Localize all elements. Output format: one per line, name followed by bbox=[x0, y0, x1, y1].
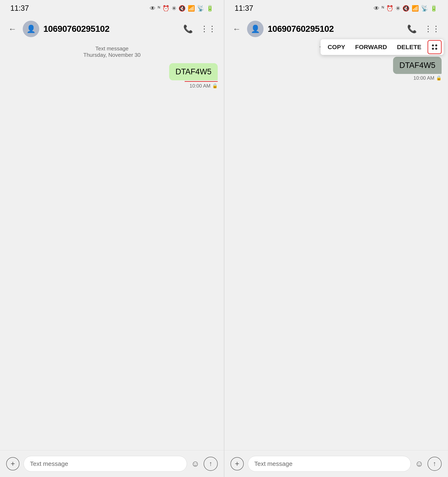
left-red-underline bbox=[185, 81, 218, 82]
right-lock-icon: 🔒 bbox=[436, 75, 442, 81]
left-avatar: 👤 bbox=[23, 21, 39, 37]
right-wifi-icon: 📶 bbox=[412, 5, 419, 12]
left-lock-icon: 🔒 bbox=[212, 83, 218, 89]
mute-icon: 🔇 bbox=[179, 5, 186, 12]
left-header-actions: 📞 ⋮⋮ bbox=[182, 23, 218, 35]
left-status-bar: 11:37 👁 ᴺ ⏰ ✳ 🔇 📶 📡 🔋 bbox=[0, 0, 224, 17]
left-time-text: 10:00 AM bbox=[190, 83, 210, 89]
right-time-text: 10:00 AM bbox=[413, 75, 434, 81]
right-contact-name: 10690760295102 bbox=[268, 24, 401, 34]
right-send-button[interactable]: ↑ bbox=[428, 457, 442, 471]
right-status-bar: 11:37 👁 ᴺ ⏰ ✳ 🔇 📶 📡 🔋 bbox=[224, 0, 448, 17]
left-send-button[interactable]: ↑ bbox=[204, 457, 218, 471]
right-timestamp: 10:00 AM 🔒 bbox=[413, 75, 442, 81]
delete-button[interactable]: DELETE bbox=[392, 42, 426, 53]
right-more-icon[interactable]: ⋮⋮ bbox=[423, 23, 442, 35]
right-header-actions: 📞 ⋮⋮ bbox=[406, 23, 442, 35]
left-phone-panel: 11:37 👁 ᴺ ⏰ ✳ 🔇 📶 📡 🔋 ← 👤 10690760295102… bbox=[0, 0, 224, 477]
right-bluetooth-icon: ✳ bbox=[395, 5, 400, 12]
left-status-icons: 👁 ᴺ ⏰ ✳ 🔇 📶 📡 🔋 bbox=[150, 5, 214, 12]
right-input-bar: + Text message ☺ ↑ bbox=[224, 450, 448, 477]
left-avatar-icon: 👤 bbox=[26, 24, 36, 33]
right-send-icon: ↑ bbox=[433, 460, 436, 467]
left-back-button[interactable]: ← bbox=[6, 22, 18, 36]
forward-button[interactable]: FORWARD bbox=[350, 42, 392, 53]
right-status-time: 11:37 bbox=[235, 4, 253, 12]
left-status-time: 11:37 bbox=[10, 4, 29, 12]
left-input-placeholder: Text message bbox=[30, 460, 68, 467]
right-status-icons: 👁 ᴺ ⏰ ✳ 🔇 📶 📡 🔋 bbox=[374, 5, 437, 12]
left-contact-name: 10690760295102 bbox=[43, 24, 177, 34]
left-send-icon: ↑ bbox=[209, 460, 212, 467]
dots-grid-icon bbox=[431, 44, 438, 51]
left-call-icon[interactable]: 📞 bbox=[182, 23, 195, 35]
left-date: Thursday, November 30 bbox=[6, 52, 218, 58]
left-app-header: ← 👤 10690760295102 📞 ⋮⋮ bbox=[0, 17, 224, 41]
right-nfc-icon: ᴺ bbox=[382, 5, 384, 12]
left-message-row: DTAF4W5 10:00 AM 🔒 bbox=[6, 63, 218, 89]
right-avatar-icon: 👤 bbox=[251, 24, 260, 33]
right-add-button[interactable]: + bbox=[231, 457, 244, 470]
copy-button[interactable]: COPY bbox=[323, 42, 350, 53]
more-options-button[interactable] bbox=[428, 41, 442, 54]
left-input-bar: + Text message ☺ ↑ bbox=[0, 450, 224, 477]
right-signal-icon: 📡 bbox=[421, 5, 428, 12]
right-input-placeholder: Text message bbox=[254, 460, 293, 467]
right-emoji-button[interactable]: ☺ bbox=[415, 459, 424, 468]
right-eye-icon: 👁 bbox=[374, 5, 379, 12]
left-text-input[interactable]: Text message bbox=[24, 456, 187, 472]
left-add-icon: + bbox=[11, 459, 15, 468]
left-chat-area: Text message Thursday, November 30 DTAF4… bbox=[0, 41, 224, 450]
left-timestamp: 10:00 AM 🔒 bbox=[190, 83, 218, 89]
right-message-row: DTAF4W5 10:00 AM 🔒 bbox=[231, 57, 442, 81]
battery-icon: 🔋 bbox=[206, 5, 214, 12]
right-alarm-icon: ⏰ bbox=[386, 5, 394, 12]
alarm-icon: ⏰ bbox=[162, 5, 170, 12]
right-battery-icon: 🔋 bbox=[430, 5, 437, 12]
left-message-type: Text message bbox=[6, 45, 218, 52]
right-phone-panel: 11:37 👁 ᴺ ⏰ ✳ 🔇 📶 📡 🔋 ← 👤 10690760295102… bbox=[224, 0, 448, 477]
eye-icon: 👁 bbox=[150, 5, 155, 12]
dot-2 bbox=[435, 44, 437, 47]
right-message-bubble[interactable]: DTAF4W5 bbox=[393, 57, 442, 74]
left-message-bubble[interactable]: DTAF4W5 bbox=[169, 63, 218, 80]
right-add-icon: + bbox=[235, 459, 239, 468]
dot-3 bbox=[432, 48, 434, 50]
wifi-icon: 📶 bbox=[188, 5, 195, 12]
right-mute-icon: 🔇 bbox=[402, 5, 410, 12]
right-text-input[interactable]: Text message bbox=[248, 456, 411, 472]
dot-1 bbox=[432, 44, 434, 47]
right-back-button[interactable]: ← bbox=[231, 22, 243, 36]
nfc-icon: ᴺ bbox=[158, 5, 160, 12]
left-date-label: Text message Thursday, November 30 bbox=[6, 45, 218, 58]
message-context-menu: COPY FORWARD DELETE bbox=[321, 41, 444, 55]
left-more-icon[interactable]: ⋮⋮ bbox=[199, 23, 218, 35]
left-emoji-button[interactable]: ☺ bbox=[191, 459, 199, 468]
right-app-header: ← 👤 10690760295102 📞 ⋮⋮ bbox=[224, 17, 448, 41]
signal-icon: 📡 bbox=[197, 5, 204, 12]
dot-4 bbox=[435, 48, 437, 50]
right-call-icon[interactable]: 📞 bbox=[406, 23, 418, 35]
left-add-button[interactable]: + bbox=[6, 457, 19, 470]
bluetooth-icon: ✳ bbox=[172, 5, 176, 12]
right-avatar: 👤 bbox=[247, 21, 263, 37]
right-chat-area: Text message COPY FORWARD DELETE DTAF4W5… bbox=[224, 41, 448, 450]
